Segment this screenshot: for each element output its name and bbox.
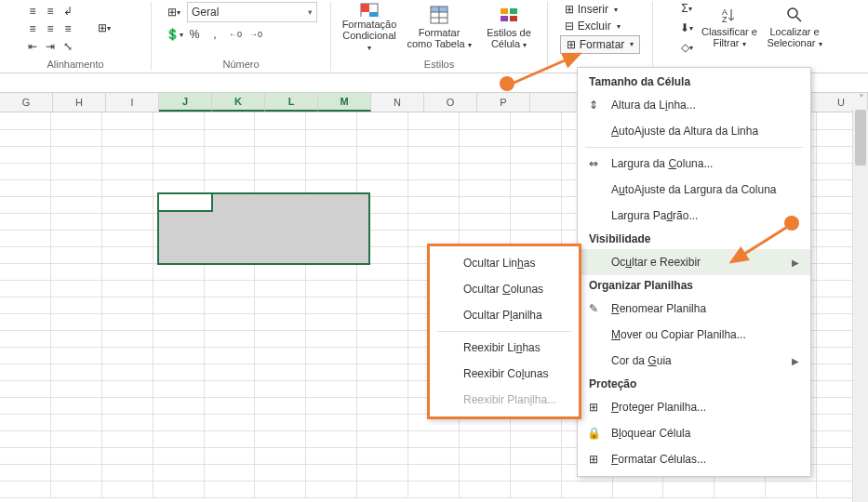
cell[interactable] (306, 112, 357, 130)
align-left-btn[interactable]: ≡ (23, 20, 42, 38)
menu-col-width[interactable]: ⇔ Largura da Coluna... (578, 151, 810, 177)
cell[interactable] (154, 397, 205, 415)
align-right-btn[interactable]: ≡ (59, 20, 77, 38)
cell[interactable] (154, 263, 205, 281)
cell[interactable] (205, 430, 256, 448)
wrap-text-btn[interactable]: ↲ (59, 2, 77, 20)
sort-filter-btn[interactable]: AZ Classificar e Filtrar ▾ (698, 1, 761, 55)
cell[interactable] (408, 447, 460, 465)
cell[interactable] (51, 179, 102, 197)
cell[interactable] (205, 481, 256, 498)
cell[interactable] (357, 146, 408, 164)
menu-autofit-row[interactable]: AutoAjuste da Altura da Linha (578, 118, 810, 144)
cell[interactable] (357, 481, 408, 498)
submenu-hide-cols[interactable]: Ocultar Colunas (430, 276, 579, 302)
autosum-btn[interactable]: Σ▾ (677, 0, 696, 18)
collapse-ribbon-chevron[interactable]: ˅ (859, 93, 864, 106)
cell[interactable] (205, 313, 256, 331)
cell[interactable] (255, 112, 306, 130)
col-header[interactable]: M (318, 93, 371, 112)
cell[interactable] (102, 112, 154, 130)
cell[interactable] (408, 179, 460, 197)
cell[interactable] (0, 447, 51, 465)
cell[interactable] (205, 363, 256, 381)
cell[interactable] (51, 230, 102, 247)
cell[interactable] (357, 363, 408, 381)
orientation-btn[interactable]: ⤡ (59, 37, 77, 56)
cell[interactable] (511, 481, 562, 498)
cell[interactable] (0, 380, 51, 398)
align-center-btn[interactable]: ≡ (41, 20, 60, 38)
cell[interactable] (255, 347, 306, 364)
cell[interactable] (306, 263, 357, 281)
cell[interactable] (102, 280, 154, 297)
fill-btn[interactable]: ⬇▾ (677, 19, 696, 37)
cell[interactable] (205, 464, 256, 482)
cell[interactable] (306, 430, 357, 448)
cell[interactable] (51, 330, 102, 348)
cell[interactable] (0, 481, 51, 498)
cell[interactable] (357, 464, 408, 482)
cell[interactable] (511, 196, 562, 214)
submenu-unhide-rows[interactable]: Reexibir Linhas (430, 335, 579, 361)
cell[interactable] (102, 263, 154, 281)
col-header[interactable]: O (424, 93, 477, 112)
cell[interactable] (102, 246, 154, 264)
cell[interactable] (255, 481, 306, 498)
cell[interactable] (102, 313, 154, 331)
clear-btn[interactable]: ◇▾ (677, 38, 696, 57)
cell[interactable] (357, 430, 408, 448)
cell[interactable] (306, 481, 357, 498)
cell[interactable] (408, 196, 460, 214)
menu-format-cells[interactable]: ⊞ Formatar Células... (578, 446, 810, 472)
cell[interactable] (511, 112, 562, 130)
cell[interactable] (51, 280, 102, 297)
cell[interactable] (51, 464, 102, 482)
decrease-indent-btn[interactable]: ⇤ (23, 37, 42, 56)
cell[interactable] (357, 313, 408, 331)
cell[interactable] (460, 112, 511, 130)
cell[interactable] (0, 464, 51, 482)
cell[interactable] (102, 163, 154, 180)
menu-tab-color[interactable]: Cor da Guia▶ (578, 348, 810, 374)
cell[interactable] (205, 263, 256, 281)
cell[interactable] (306, 313, 357, 331)
cell[interactable] (0, 230, 51, 247)
cell[interactable] (0, 313, 51, 331)
cell[interactable] (357, 414, 408, 431)
cell[interactable] (0, 213, 51, 231)
cell[interactable] (51, 397, 102, 415)
cell[interactable] (306, 397, 357, 415)
cell[interactable] (154, 464, 205, 482)
increase-decimal-btn[interactable]: ←0 (226, 25, 245, 44)
cell[interactable] (511, 146, 562, 164)
cell[interactable] (0, 163, 51, 180)
cell[interactable] (205, 414, 256, 431)
submenu-hide-sheet[interactable]: Ocultar Planilha (430, 302, 579, 328)
cell[interactable] (460, 481, 511, 498)
cell[interactable] (0, 129, 51, 147)
cell[interactable] (306, 414, 357, 431)
borders-btn[interactable]: ⊞▾ (165, 3, 183, 21)
menu-lock-cell[interactable]: 🔒 Bloquear Célula (578, 420, 810, 446)
align-top-btn[interactable]: ≡ (23, 2, 42, 20)
cell[interactable] (613, 481, 664, 498)
cell[interactable] (511, 163, 562, 180)
cell[interactable] (51, 146, 102, 164)
cell[interactable] (51, 163, 102, 180)
cell[interactable] (205, 163, 256, 180)
cell[interactable] (562, 481, 613, 498)
cell[interactable] (357, 397, 408, 415)
cell[interactable] (51, 112, 102, 130)
merge-btn[interactable]: ⊞ ▾ (81, 19, 127, 37)
cell[interactable] (51, 447, 102, 465)
decrease-decimal-btn[interactable]: →0 (247, 25, 265, 44)
insert-btn[interactable]: ⊞Inserir▾ (560, 2, 622, 18)
cell[interactable] (0, 246, 51, 264)
cell[interactable] (357, 380, 408, 398)
cell[interactable] (102, 297, 154, 314)
cell[interactable] (255, 430, 306, 448)
cell[interactable] (357, 447, 408, 465)
cell[interactable] (255, 380, 306, 398)
cell[interactable] (766, 481, 817, 498)
